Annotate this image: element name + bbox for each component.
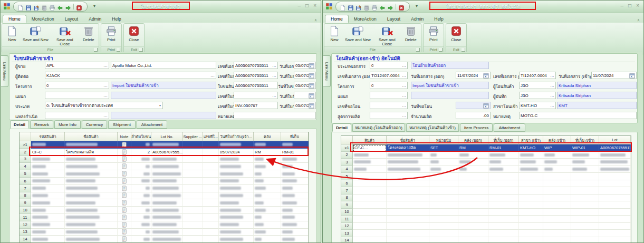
grid-cell-wh_out[interactable] [458, 159, 488, 166]
grid-cell-seq[interactable] [131, 236, 151, 243]
grid-cell-wh_in[interactable] [543, 159, 571, 166]
grid-cell-name[interactable] [65, 192, 118, 200]
grid-cell-bin_in[interactable] [571, 152, 599, 159]
row-number-cell[interactable]: 5 [20, 170, 31, 178]
dropdown-arrow-icon[interactable]: ▼ [159, 104, 161, 107]
grid-cell-ref[interactable] [203, 185, 219, 192]
grid-cell-lot[interactable] [151, 236, 183, 243]
grid-cell-lot[interactable] [151, 221, 183, 229]
grid-cell-name[interactable] [65, 236, 118, 243]
grid-cell-warehouse[interactable] [254, 156, 281, 163]
grid-cell-wh_out[interactable] [458, 195, 488, 202]
grid-cell-seq[interactable] [131, 178, 151, 185]
grid-cell-branch_in[interactable] [519, 223, 543, 230]
ellipsis-button[interactable]: … [401, 103, 406, 108]
grid-cell-warehouse[interactable] [254, 163, 281, 170]
ellipsis-button[interactable]: … [549, 103, 554, 108]
row-number-cell[interactable]: 2 [20, 149, 31, 156]
grid-cell-lot[interactable] [151, 207, 183, 214]
grid-cell-bin[interactable] [281, 141, 309, 149]
grid-cell-name[interactable] [65, 170, 118, 178]
grid-cell-invoice_date[interactable]: 05/07/2024 [219, 149, 254, 156]
grid-cell-wh_in[interactable] [543, 209, 571, 216]
grid-cell-wh_out[interactable] [458, 152, 488, 159]
grid-cell-name[interactable] [65, 178, 118, 185]
grid-cell-name[interactable] [387, 187, 429, 195]
grid-cell-lot[interactable] [599, 166, 631, 173]
grid-cell-bin[interactable]: RM-01 [281, 149, 309, 156]
row-number-cell[interactable]: 7 [341, 187, 353, 195]
ellipsis-button[interactable]: … [271, 63, 276, 68]
grid-cell-note[interactable] [118, 229, 131, 236]
row-number-cell[interactable]: 8 [341, 195, 353, 202]
grid-cell-bin_out[interactable] [488, 159, 519, 166]
grid-cell-branch_in[interactable] [519, 216, 543, 223]
grid-cell-bin[interactable] [281, 156, 309, 163]
grid-cell-code[interactable] [31, 163, 65, 170]
grid-cell-code[interactable] [353, 230, 387, 237]
grid-cell-wh_in[interactable] [543, 152, 571, 159]
grid-cell-wh_in[interactable] [543, 201, 571, 209]
grid-cell-bin[interactable] [281, 236, 309, 243]
ellipsis-button[interactable]: … [209, 73, 215, 78]
column-header-wh_in[interactable]: คลัง (เข้า) [543, 136, 571, 144]
grid-cell-uom[interactable] [429, 166, 458, 173]
grid-cell-bin[interactable] [281, 214, 309, 221]
grid-cell-code[interactable] [31, 192, 65, 200]
detail-tab-5[interactable]: Attachment [137, 120, 167, 129]
field-project_code[interactable]: 0… [370, 82, 408, 89]
grid-cell-name[interactable] [387, 195, 429, 202]
grid-cell-branch_in[interactable] [519, 152, 543, 159]
grid-cell-invoice_date[interactable] [219, 199, 254, 207]
grid-cell-name[interactable]: โครงรถคลาสสิค [387, 144, 429, 152]
grid-cell-name[interactable] [387, 166, 429, 173]
grid-cell-wh_out[interactable]: RM [458, 144, 488, 152]
grid-cell-lot[interactable] [151, 170, 183, 178]
grid-cell-code[interactable] [353, 216, 387, 223]
grid-cell-note[interactable] [118, 207, 131, 214]
column-header-name[interactable]: ชื่อสินค้า [65, 132, 118, 141]
ellipsis-button[interactable]: … [102, 83, 108, 88]
grid-cell-ref[interactable] [203, 236, 219, 243]
grid-cell-warehouse[interactable] [254, 207, 281, 214]
ellipsis-button[interactable]: … [401, 113, 406, 118]
detail-tab-1[interactable]: หมายเหตุ (โอนสินค้าออก) [352, 123, 405, 132]
row-number-cell[interactable]: >1 [341, 144, 353, 152]
field-doc_type_name[interactable]: โอนย้ายสินค้าออก [411, 62, 489, 69]
grid-cell-bin_out[interactable] [488, 201, 519, 209]
grid-cell-supplier[interactable] [183, 178, 203, 185]
grid-cell-wh_out[interactable] [458, 237, 488, 243]
grid-cell-warehouse[interactable] [254, 185, 281, 192]
row-number-cell[interactable]: 2 [341, 152, 353, 159]
grid-cell-invoice_date[interactable] [219, 214, 254, 221]
grid-cell-wh_out[interactable] [458, 201, 488, 209]
grid-cell-note[interactable] [118, 170, 131, 178]
column-header-warehouse[interactable]: คลัง [254, 132, 281, 141]
grid-cell-bin_out[interactable] [488, 187, 519, 195]
grid-cell-lot[interactable] [599, 173, 631, 180]
grid-cell-branch_in[interactable] [519, 159, 543, 166]
field-seller_code[interactable]: APL… [45, 62, 109, 69]
grid-cell-name[interactable] [65, 221, 118, 229]
grid-cell-lot[interactable] [151, 163, 183, 170]
column-header-invoice_date[interactable]: วันที่ใบกำกับ(เจ้า... [219, 132, 254, 141]
grid-cell-invoice_date[interactable] [219, 185, 254, 192]
grid-cell-branch_in[interactable] [519, 173, 543, 180]
row-number-cell[interactable]: 4 [20, 163, 31, 170]
grid-cell-code[interactable] [353, 180, 387, 188]
grid-cell-branch_in[interactable] [519, 166, 543, 173]
grid-cell-ref[interactable] [203, 141, 219, 149]
grid-cell-code[interactable] [31, 229, 65, 236]
calendar-icon[interactable] [309, 63, 314, 69]
row-number-cell[interactable]: 13 [20, 229, 31, 236]
grid-cell-seq[interactable] [131, 192, 151, 200]
row-number-cell[interactable]: 10 [20, 207, 31, 214]
field-doc_type_code[interactable]: 0… [370, 62, 408, 69]
grid-cell-name[interactable] [387, 237, 429, 243]
field-project_name[interactable]: Import ใบขนสินค้าขาเข้า [411, 82, 489, 89]
grid-cell-note[interactable] [118, 221, 131, 229]
grid-cell-code[interactable] [31, 178, 65, 185]
grid-cell-ref[interactable] [203, 199, 219, 207]
grid-cell-lot[interactable] [599, 195, 631, 202]
grid-cell-code[interactable] [353, 195, 387, 202]
